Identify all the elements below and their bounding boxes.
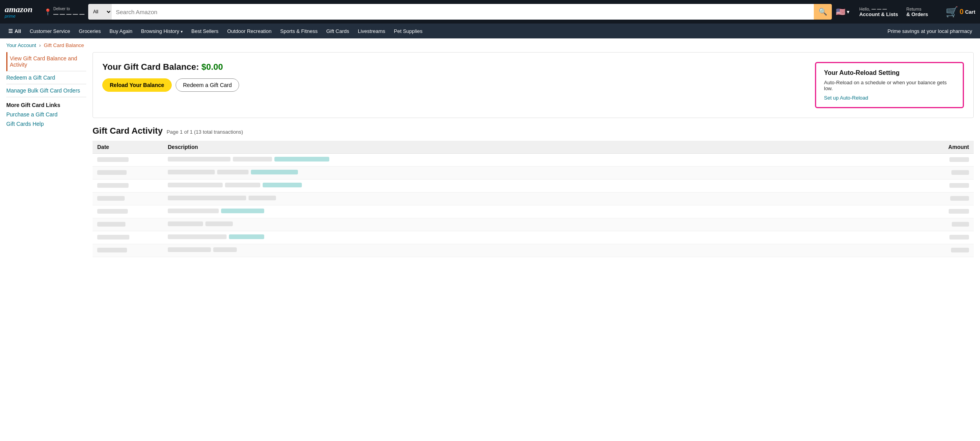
activity-section: Gift Card Activity Page 1 of 1 (13 total… xyxy=(93,126,974,257)
location-value: — — — — — xyxy=(53,11,84,17)
nav-pet-supplies[interactable]: Pet Supplies xyxy=(390,26,426,36)
nav-sports-fitness[interactable]: Sports & Fitness xyxy=(277,26,321,36)
table-row xyxy=(93,244,974,257)
account-label: Account & Lists xyxy=(859,11,902,17)
balance-info: Your Gift Card Balance: $0.00 Reload You… xyxy=(102,62,239,92)
returns-label-top: Returns xyxy=(906,7,942,11)
breadcrumb-separator: › xyxy=(39,42,41,48)
balance-amount: $0.00 xyxy=(201,62,223,72)
nav-browsing-history[interactable]: Browsing History ▾ xyxy=(138,26,186,36)
nav-customer-service[interactable]: Customer Service xyxy=(26,26,74,36)
all-label: All xyxy=(15,28,21,34)
sidebar-link-redeem[interactable]: Redeem a Gift Card xyxy=(6,71,86,84)
col-date: Date xyxy=(93,141,163,154)
setup-auto-reload-link[interactable]: Set up Auto-Reload xyxy=(824,95,868,101)
returns-orders-link[interactable]: Returns & Orders xyxy=(906,7,942,17)
redeem-gift-card-button[interactable]: Redeem a Gift Card xyxy=(176,78,240,92)
table-row xyxy=(93,180,974,192)
auto-reload-box: Your Auto-Reload Setting Auto-Reload on … xyxy=(815,62,964,108)
all-menu-button[interactable]: ☰ All xyxy=(5,26,25,36)
nav-outdoor-recreation[interactable]: Outdoor Recreation xyxy=(223,26,275,36)
table-row xyxy=(93,218,974,231)
location-icon: 📍 xyxy=(44,8,52,16)
auto-reload-title: Your Auto-Reload Setting xyxy=(824,69,955,76)
search-input[interactable] xyxy=(112,4,814,20)
table-row xyxy=(93,205,974,218)
nav-buy-again[interactable]: Buy Again xyxy=(106,26,136,36)
main-layout: View Gift Card Balance and Activity Rede… xyxy=(0,52,980,265)
balance-title: Your Gift Card Balance: $0.00 xyxy=(102,62,239,72)
sidebar-more-title: More Gift Card Links xyxy=(6,97,86,110)
nav-best-sellers[interactable]: Best Sellers xyxy=(188,26,222,36)
sidebar-link-manage-bulk[interactable]: Manage Bulk Gift Card Orders xyxy=(6,84,86,97)
country-selector[interactable]: 🇺🇸 ▾ xyxy=(836,7,855,16)
logo-prime: prime xyxy=(5,14,16,18)
top-nav: amazon prime 📍 Deliver to — — — — — All … xyxy=(0,0,980,24)
account-menu[interactable]: Hello, — — — Account & Lists xyxy=(859,7,902,17)
table-row xyxy=(93,192,974,205)
activity-table: Date Description Amount xyxy=(93,141,974,257)
nav-groceries[interactable]: Groceries xyxy=(75,26,104,36)
breadcrumb-parent[interactable]: Your Account xyxy=(6,42,36,48)
balance-buttons: Reload Your Balance Redeem a Gift Card xyxy=(102,78,239,92)
cart-button[interactable]: 🛒 0 Cart xyxy=(946,6,975,18)
breadcrumb: Your Account › Gift Card Balance xyxy=(0,38,980,52)
search-category-select[interactable]: All xyxy=(88,4,112,20)
cart-count: 0 xyxy=(960,8,964,16)
sidebar-link-view-balance[interactable]: View Gift Card Balance and Activity xyxy=(6,52,86,71)
sidebar: View Gift Card Balance and Activity Rede… xyxy=(6,52,93,257)
nav-gift-cards[interactable]: Gift Cards xyxy=(323,26,353,36)
table-row xyxy=(93,231,974,244)
main-content: Your Gift Card Balance: $0.00 Reload You… xyxy=(93,52,974,257)
amazon-logo[interactable]: amazon prime xyxy=(5,5,40,18)
cart-icon: 🛒 xyxy=(946,6,958,18)
activity-header: Gift Card Activity Page 1 of 1 (13 total… xyxy=(93,126,974,136)
balance-card: Your Gift Card Balance: $0.00 Reload You… xyxy=(93,52,974,118)
reload-balance-button[interactable]: Reload Your Balance xyxy=(102,78,172,92)
table-row xyxy=(93,154,974,167)
location-button[interactable]: 📍 Deliver to — — — — — xyxy=(44,7,84,17)
breadcrumb-current: Gift Card Balance xyxy=(44,42,84,48)
flag-icon: 🇺🇸 xyxy=(836,7,846,16)
nav-livestreams[interactable]: Livestreams xyxy=(354,26,389,36)
auto-reload-description: Auto-Reload on a schedule or when your b… xyxy=(824,80,955,91)
location-label: Deliver to xyxy=(53,7,84,11)
sidebar-link-help[interactable]: Gift Cards Help xyxy=(6,119,86,129)
secondary-nav: ☰ All Customer Service Groceries Buy Aga… xyxy=(0,24,980,38)
sidebar-link-purchase[interactable]: Purchase a Gift Card xyxy=(6,110,86,119)
hamburger-icon: ☰ xyxy=(8,28,13,34)
activity-title: Gift Card Activity xyxy=(93,126,163,136)
account-name: — — — xyxy=(871,7,887,11)
search-button[interactable]: 🔍 xyxy=(814,4,832,20)
account-greeting: Hello, — — — xyxy=(859,7,902,11)
cart-label: Cart xyxy=(965,9,975,15)
returns-label-bot: & Orders xyxy=(906,11,942,17)
col-description: Description xyxy=(163,141,927,154)
col-amount: Amount xyxy=(927,141,974,154)
flag-dropdown-icon: ▾ xyxy=(847,9,849,15)
nav-prime-promo[interactable]: Prime savings at your local pharmacy xyxy=(884,27,975,36)
search-form: All 🔍 xyxy=(88,4,832,20)
table-row xyxy=(93,167,974,180)
logo-text: amazon xyxy=(5,5,33,14)
activity-paging: Page 1 of 1 (13 total transactions) xyxy=(167,129,243,135)
